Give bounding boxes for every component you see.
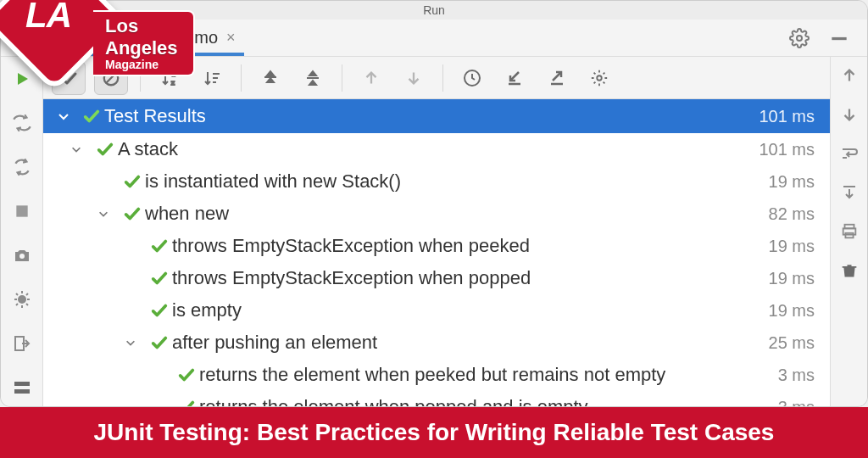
expand-all-button[interactable] [253, 61, 287, 95]
logo-text: Los Angeles Magazine [93, 10, 195, 76]
svg-point-0 [797, 36, 802, 41]
layout-icon[interactable] [5, 371, 39, 405]
test-runner-settings-button[interactable] [582, 61, 616, 95]
toggle-autotest-icon[interactable] [5, 150, 39, 184]
logo-line1: Los Angeles [105, 15, 178, 59]
test-time: 101 ms [759, 140, 815, 159]
close-icon[interactable]: × [226, 29, 236, 47]
test-label: throws EmptyStackException when popped [172, 267, 760, 289]
toolbar-separator [241, 64, 242, 92]
status-pass-icon [92, 140, 118, 159]
result-panel: az [43, 57, 830, 406]
status-pass-icon [174, 366, 199, 384]
test-row[interactable]: returns the element when peeked but rema… [43, 359, 830, 391]
tabbar-controls [789, 27, 850, 49]
window-title: Run [423, 3, 445, 17]
test-label: after pushing an element [172, 332, 760, 354]
logo-abbrev: LA [25, 0, 71, 36]
test-row[interactable]: returns the element when popped and is e… [43, 391, 830, 406]
svg-point-3 [19, 254, 25, 259]
status-pass-icon [147, 269, 172, 288]
svg-point-4 [18, 295, 26, 304]
test-time: 3 ms [778, 366, 815, 385]
import-tests-button[interactable] [498, 61, 531, 95]
sort-duration-button[interactable] [195, 61, 229, 95]
exit-icon[interactable] [5, 327, 39, 360]
arrow-up-icon[interactable] [834, 60, 865, 91]
test-time: 25 ms [769, 333, 815, 353]
status-pass-icon [147, 237, 172, 255]
article-title: JUnit Testing: Best Practices for Writin… [94, 419, 775, 446]
logo-line2: Magazine [105, 58, 178, 71]
status-pass-icon [120, 204, 145, 223]
article-title-banner: JUnit Testing: Best Practices for Writin… [0, 407, 868, 458]
settings-gear-icon[interactable] [789, 28, 810, 48]
test-results-label: Test Results [104, 105, 750, 127]
debug-icon[interactable] [5, 282, 39, 316]
status-pass-icon [120, 172, 145, 191]
previous-failed-button[interactable] [354, 61, 388, 95]
test-time: 19 ms [769, 301, 815, 321]
test-time: 3 ms [778, 398, 815, 407]
status-pass-icon [79, 107, 104, 126]
run-tool-body: az [1, 57, 867, 406]
status-pass-icon [147, 333, 172, 352]
arrow-down-icon[interactable] [834, 99, 865, 130]
svg-rect-2 [16, 205, 27, 216]
collapse-all-button[interactable] [296, 61, 330, 95]
trash-icon[interactable] [834, 255, 865, 286]
test-row[interactable]: A stack101 ms [43, 133, 830, 165]
svg-rect-7 [14, 389, 30, 394]
next-failed-button[interactable] [397, 61, 431, 95]
scroll-to-end-icon[interactable] [834, 177, 865, 208]
test-time: 82 ms [769, 204, 815, 224]
svg-point-13 [597, 75, 602, 81]
status-pass-icon [174, 398, 199, 406]
test-label: returns the element when popped and is e… [199, 396, 770, 406]
chevron-down-icon[interactable] [70, 143, 92, 155]
rerun-failed-icon[interactable] [5, 106, 39, 140]
svg-rect-16 [845, 233, 853, 238]
chevron-down-icon[interactable] [97, 208, 120, 220]
test-history-button[interactable] [455, 61, 489, 95]
test-row[interactable]: when new82 ms [43, 198, 830, 230]
test-tree: Test Results 101 ms A stack101 msis inst… [43, 99, 830, 406]
test-label: when new [145, 203, 760, 225]
test-time: 19 ms [769, 172, 815, 192]
chevron-down-icon[interactable] [125, 337, 147, 349]
chevron-down-icon[interactable] [57, 109, 79, 123]
test-label: throws EmptyStackException when peeked [172, 235, 760, 257]
left-gutter [1, 57, 43, 406]
stop-icon[interactable] [5, 194, 39, 228]
soft-wrap-icon[interactable] [834, 138, 865, 169]
svg-rect-1 [832, 36, 846, 39]
right-gutter [830, 57, 867, 406]
test-row[interactable]: after pushing an element25 ms [43, 327, 830, 359]
test-label: is empty [172, 299, 760, 321]
test-time: 19 ms [769, 269, 815, 288]
test-time: 19 ms [769, 237, 815, 256]
test-results-root[interactable]: Test Results 101 ms [43, 99, 830, 133]
test-row[interactable]: is empty19 ms [43, 294, 830, 327]
export-tests-button[interactable] [540, 61, 574, 95]
test-label: A stack [118, 138, 750, 160]
svg-text:z: z [171, 79, 175, 87]
toolbar-separator [442, 64, 443, 92]
camera-icon[interactable] [5, 238, 39, 272]
test-row[interactable]: throws EmptyStackException when peeked19… [43, 230, 830, 262]
print-icon[interactable] [834, 216, 865, 247]
toolbar-separator [342, 64, 342, 92]
test-label: returns the element when peeked but rema… [199, 364, 770, 386]
svg-rect-6 [14, 382, 30, 386]
status-pass-icon [147, 301, 172, 320]
test-label: is instantiated with new Stack() [145, 170, 760, 193]
test-results-time: 101 ms [759, 107, 815, 126]
test-row[interactable]: is instantiated with new Stack()19 ms [43, 165, 830, 198]
test-row[interactable]: throws EmptyStackException when popped19… [43, 262, 830, 294]
hide-icon[interactable] [828, 27, 850, 49]
